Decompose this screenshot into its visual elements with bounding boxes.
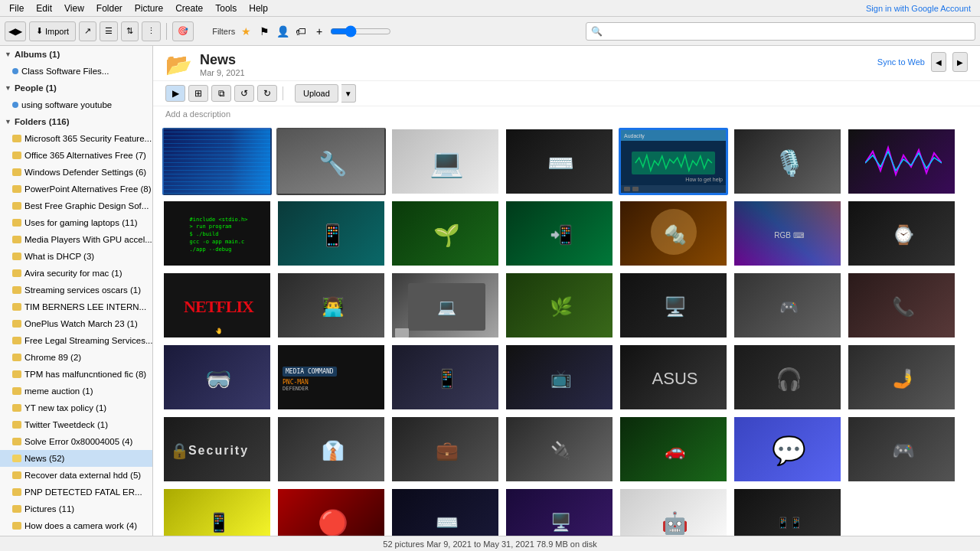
photo-thumb-8[interactable]: #include <stdio.h>> run program$ ./build… <box>162 200 272 267</box>
photo-thumb-35[interactable]: 🎮 <box>847 416 956 483</box>
search-input[interactable] <box>603 27 970 36</box>
sidebar-folder-1[interactable]: Office 365 Alternatives Free (7) <box>0 147 152 164</box>
special-view-button[interactable]: 🎯 <box>172 21 194 41</box>
photo-thumb-21[interactable]: 📞 <box>847 272 956 339</box>
import-button[interactable]: ⬇ Import <box>29 21 76 41</box>
menu-edit[interactable]: Edit <box>30 2 58 15</box>
sidebar-folder-21[interactable]: PNP DETECTED FATAL ER... <box>0 484 152 500</box>
photo-thumb-netflix[interactable]: NETFLIX 🤚 <box>162 272 272 339</box>
menu-tools[interactable]: Tools <box>209 2 243 15</box>
sync-to-web-button[interactable]: Sync to Web <box>877 57 925 67</box>
sidebar-group-folders[interactable]: ▼ Folders (116) <box>0 113 152 130</box>
plus-filter-icon[interactable]: + <box>312 24 327 39</box>
photo-thumb-25[interactable]: 📺 <box>505 344 614 411</box>
photo-thumb-13[interactable]: RGB ⌨ <box>733 200 842 267</box>
photo-thumb-19[interactable]: 🖥️ <box>619 272 728 339</box>
sidebar-folder-free-legal[interactable]: Free Legal Streaming Services... <box>0 332 152 349</box>
photo-thumb-22[interactable]: 🥽 <box>162 344 272 411</box>
photo-thumb-16[interactable]: 👨‍💻 <box>276 272 386 339</box>
sidebar-folder-11[interactable]: OnePlus Watch March 23 (1) <box>0 315 152 332</box>
menu-folder[interactable]: Folder <box>90 2 129 15</box>
sidebar-folder-14[interactable]: TPM has malfuncntioned fic (8) <box>0 366 152 383</box>
sidebar-folder-18[interactable]: Solve Error 0x80004005 (4) <box>0 433 152 450</box>
menu-file[interactable]: File <box>3 2 30 15</box>
photo-thumb-security[interactable]: Security 🔒 <box>162 416 272 483</box>
grid-view-btn[interactable]: ⊞ <box>188 85 208 102</box>
tag-filter-icon[interactable]: 🏷 <box>293 24 309 39</box>
menu-help[interactable]: Help <box>243 2 274 15</box>
photo-thumb-33[interactable]: 🚗 <box>619 416 728 483</box>
photo-thumb-11[interactable]: 📲 <box>505 200 614 267</box>
sidebar-folder-0[interactable]: Microsoft 365 Security Feature... <box>0 130 152 147</box>
photo-thumb-26[interactable]: ASUS <box>619 344 728 411</box>
person-filter-icon[interactable]: 👤 <box>275 24 290 39</box>
sidebar-folder-17[interactable]: Twitter Tweetdeck (1) <box>0 416 152 433</box>
photo-thumb-9[interactable]: 📱 <box>276 200 386 267</box>
photo-thumb-41[interactable]: 📱📱 <box>733 487 842 536</box>
sidebar-group-people[interactable]: ▼ People (1) <box>0 80 152 96</box>
sidebar-folder-3[interactable]: PowerPoint Alternatives Free (8) <box>0 181 152 197</box>
prev-view-btn[interactable]: ◀ <box>931 52 946 72</box>
photo-thumb-6[interactable]: 🎙️ <box>733 128 842 195</box>
options-button[interactable]: ⋮ <box>142 21 161 41</box>
share-button[interactable]: ↗ <box>79 21 96 41</box>
photo-thumb-36[interactable]: 📱 <box>162 487 272 536</box>
photo-thumb-7[interactable] <box>847 128 956 195</box>
sidebar-folder-23[interactable]: How does a camera work (4) <box>0 517 152 534</box>
description-text[interactable]: Add a description <box>153 106 980 122</box>
rotate-left-btn[interactable]: ↺ <box>234 85 254 102</box>
sidebar-folder-9[interactable]: Streaming services oscars (1) <box>0 282 152 298</box>
back-forward-btn[interactable]: ◀ ▶ <box>5 21 26 41</box>
photo-thumb-chrome[interactable]: 🔴 <box>276 487 386 536</box>
photo-thumb-2[interactable]: 🔧 <box>276 128 386 195</box>
sidebar-item-albums-1[interactable]: Class Software Files... <box>0 63 152 80</box>
sidebar-folder-20[interactable]: Recover data external hdd (5) <box>0 467 152 484</box>
play-btn[interactable]: ▶ <box>165 85 185 102</box>
photo-thumb-10[interactable]: 🌱 <box>390 200 500 267</box>
photo-thumb-14[interactable]: ⌚ <box>847 200 956 267</box>
sidebar-folder-2[interactable]: Windows Defender Settings (6) <box>0 164 152 181</box>
photo-thumb-28[interactable]: 🤳 <box>847 344 956 411</box>
sidebar-folder-4[interactable]: Best Free Graphic Design Sof... <box>0 197 152 214</box>
photo-thumb-23[interactable]: MEDIA COMMAND PNC-MAN DEFENDER <box>276 344 386 411</box>
sidebar-folder-10[interactable]: TIM BERNERS LEE INTERN... <box>0 298 152 315</box>
star-filter-icon[interactable]: ★ <box>238 24 253 39</box>
menu-create[interactable]: Create <box>169 2 209 15</box>
sidebar-folder-22[interactable]: Pictures (11) <box>0 500 152 517</box>
zoom-slider[interactable] <box>330 24 391 39</box>
sidebar-folder-6[interactable]: Media Players With GPU accel... <box>0 231 152 248</box>
upload-dropdown-btn[interactable]: ▼ <box>341 84 356 103</box>
sort-button[interactable]: ⇅ <box>121 21 139 41</box>
sidebar-folder-8[interactable]: Avira security for mac (1) <box>0 265 152 282</box>
photo-thumb-1[interactable] <box>162 128 272 195</box>
photo-thumb-32[interactable]: 🔌 <box>505 416 614 483</box>
rotate-right-btn[interactable]: ↻ <box>257 85 277 102</box>
photo-thumb-39[interactable]: 🖥️ <box>505 487 614 536</box>
photo-thumb-12[interactable]: 🔩 <box>619 200 728 267</box>
flag-filter-icon[interactable]: ⚑ <box>256 24 272 39</box>
upload-button[interactable]: Upload <box>295 84 338 103</box>
view-toggle-btn[interactable]: ☰ <box>100 21 118 41</box>
photo-thumb-18[interactable]: 🌿 <box>505 272 614 339</box>
sidebar-folder-7[interactable]: What is DHCP (3) <box>0 248 152 265</box>
sign-in-link[interactable]: Sign in with Google Account <box>866 4 977 13</box>
sidebar-group-albums[interactable]: ▼ Albums (1) <box>0 46 152 63</box>
photo-thumb-30[interactable]: 👔 <box>276 416 386 483</box>
photo-thumb-40[interactable]: 🤖 <box>619 487 728 536</box>
photo-thumb-38[interactable]: ⌨️ <box>390 487 500 536</box>
sidebar-folder-news[interactable]: News (52) <box>0 450 152 467</box>
photo-thumb-discord[interactable]: 💬 <box>733 416 842 483</box>
sidebar-folder-13[interactable]: Chrome 89 (2) <box>0 349 152 366</box>
photo-thumb-audacity[interactable]: Audacity How to get help <box>619 128 728 195</box>
photo-thumb-24[interactable]: 📱 <box>390 344 500 411</box>
photo-thumb-3[interactable]: 💻 <box>390 128 500 195</box>
sidebar-folder-16[interactable]: YT new tax policy (1) <box>0 399 152 416</box>
photo-thumb-27[interactable]: 🎧 <box>733 344 842 411</box>
menu-view[interactable]: View <box>58 2 90 15</box>
photo-thumb-17[interactable]: 💻 <box>390 272 500 339</box>
photo-thumb-4[interactable]: ⌨️ <box>505 128 614 195</box>
sidebar-item-people-1[interactable]: using software youtube <box>0 96 152 113</box>
photo-thumb-31[interactable]: 💼 <box>390 416 500 483</box>
menu-picture[interactable]: Picture <box>129 2 169 15</box>
compare-view-btn[interactable]: ⧉ <box>211 85 231 102</box>
